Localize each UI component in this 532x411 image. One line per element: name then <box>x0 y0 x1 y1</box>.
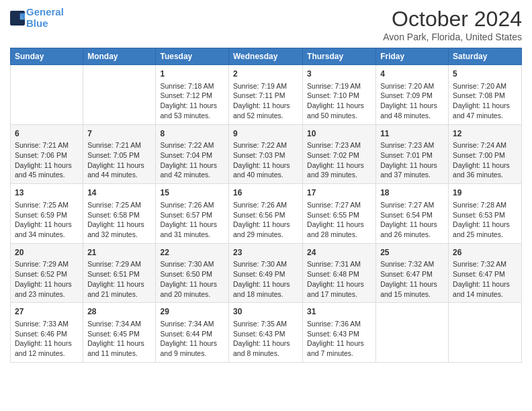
calendar-week-row: 27Sunrise: 7:33 AMSunset: 6:46 PMDayligh… <box>11 303 522 363</box>
day-number: 25 <box>380 247 444 259</box>
page: General Blue October 2024 Avon Park, Flo… <box>0 0 532 411</box>
cell-content: Sunrise: 7:24 AMSunset: 7:00 PMDaylight:… <box>453 140 517 180</box>
day-number: 20 <box>15 247 79 259</box>
calendar-cell <box>83 65 156 125</box>
cell-content: Sunrise: 7:25 AMSunset: 6:58 PMDaylight:… <box>87 200 151 240</box>
day-number: 4 <box>380 68 444 80</box>
day-number: 2 <box>233 68 298 80</box>
title-block: October 2024 Avon Park, Florida, United … <box>383 7 522 42</box>
day-number: 19 <box>453 187 517 199</box>
calendar-cell: 19Sunrise: 7:28 AMSunset: 6:53 PMDayligh… <box>449 184 522 244</box>
day-number: 7 <box>87 128 151 140</box>
logo-line2: Blue <box>26 17 48 29</box>
cell-content: Sunrise: 7:33 AMSunset: 6:46 PMDaylight:… <box>15 319 79 359</box>
cell-content: Sunrise: 7:23 AMSunset: 7:02 PMDaylight:… <box>307 140 371 180</box>
day-number: 26 <box>453 247 517 259</box>
calendar-cell: 13Sunrise: 7:25 AMSunset: 6:59 PMDayligh… <box>11 184 83 244</box>
calendar-cell: 16Sunrise: 7:26 AMSunset: 6:56 PMDayligh… <box>228 184 302 244</box>
cell-content: Sunrise: 7:27 AMSunset: 6:54 PMDaylight:… <box>380 200 444 240</box>
day-number: 18 <box>380 187 444 199</box>
day-number: 8 <box>160 128 224 140</box>
day-of-week-header: Saturday <box>449 48 522 65</box>
day-number: 14 <box>87 187 151 199</box>
day-number: 27 <box>15 306 79 318</box>
cell-content: Sunrise: 7:29 AMSunset: 6:52 PMDaylight:… <box>15 259 79 299</box>
cell-content: Sunrise: 7:35 AMSunset: 6:43 PMDaylight:… <box>233 319 298 359</box>
day-number: 30 <box>233 306 298 318</box>
day-number: 29 <box>160 306 224 318</box>
day-number: 17 <box>307 187 371 199</box>
calendar-cell: 17Sunrise: 7:27 AMSunset: 6:55 PMDayligh… <box>303 184 376 244</box>
calendar-cell: 20Sunrise: 7:29 AMSunset: 6:52 PMDayligh… <box>11 243 83 303</box>
logo-icon <box>10 11 25 26</box>
cell-content: Sunrise: 7:34 AMSunset: 6:44 PMDaylight:… <box>160 319 224 359</box>
calendar-cell: 26Sunrise: 7:32 AMSunset: 6:47 PMDayligh… <box>449 243 522 303</box>
calendar-cell: 27Sunrise: 7:33 AMSunset: 6:46 PMDayligh… <box>11 303 83 363</box>
logo-text: General Blue <box>26 7 64 29</box>
calendar-week-row: 1Sunrise: 7:18 AMSunset: 7:12 PMDaylight… <box>11 65 522 125</box>
day-number: 22 <box>160 247 224 259</box>
cell-content: Sunrise: 7:30 AMSunset: 6:49 PMDaylight:… <box>233 259 298 299</box>
day-number: 6 <box>15 128 79 140</box>
calendar-cell: 5Sunrise: 7:20 AMSunset: 7:08 PMDaylight… <box>449 65 522 125</box>
cell-content: Sunrise: 7:25 AMSunset: 6:59 PMDaylight:… <box>15 200 79 240</box>
day-number: 23 <box>233 247 298 259</box>
cell-content: Sunrise: 7:22 AMSunset: 7:03 PMDaylight:… <box>233 140 298 180</box>
cell-content: Sunrise: 7:30 AMSunset: 6:50 PMDaylight:… <box>160 259 224 299</box>
calendar-cell: 28Sunrise: 7:34 AMSunset: 6:45 PMDayligh… <box>83 303 156 363</box>
day-number: 1 <box>160 68 224 80</box>
cell-content: Sunrise: 7:23 AMSunset: 7:01 PMDaylight:… <box>380 140 444 180</box>
calendar-cell: 24Sunrise: 7:31 AMSunset: 6:48 PMDayligh… <box>303 243 376 303</box>
calendar-cell: 21Sunrise: 7:29 AMSunset: 6:51 PMDayligh… <box>83 243 156 303</box>
day-of-week-header: Monday <box>83 48 156 65</box>
day-number: 24 <box>307 247 371 259</box>
cell-content: Sunrise: 7:19 AMSunset: 7:10 PMDaylight:… <box>307 81 371 121</box>
calendar-cell: 9Sunrise: 7:22 AMSunset: 7:03 PMDaylight… <box>228 124 302 184</box>
cell-content: Sunrise: 7:32 AMSunset: 6:47 PMDaylight:… <box>380 259 444 299</box>
cell-content: Sunrise: 7:32 AMSunset: 6:47 PMDaylight:… <box>453 259 517 299</box>
day-number: 28 <box>87 306 151 318</box>
day-number: 31 <box>307 306 371 318</box>
day-number: 10 <box>307 128 371 140</box>
day-of-week-header: Wednesday <box>228 48 302 65</box>
calendar-cell: 29Sunrise: 7:34 AMSunset: 6:44 PMDayligh… <box>156 303 229 363</box>
calendar-cell <box>11 65 83 125</box>
calendar-cell <box>449 303 522 363</box>
calendar-cell: 12Sunrise: 7:24 AMSunset: 7:00 PMDayligh… <box>449 124 522 184</box>
cell-content: Sunrise: 7:26 AMSunset: 6:56 PMDaylight:… <box>233 200 298 240</box>
cell-content: Sunrise: 7:18 AMSunset: 7:12 PMDaylight:… <box>160 81 224 121</box>
calendar-cell: 6Sunrise: 7:21 AMSunset: 7:06 PMDaylight… <box>11 124 83 184</box>
cell-content: Sunrise: 7:27 AMSunset: 6:55 PMDaylight:… <box>307 200 371 240</box>
month-title: October 2024 <box>383 7 522 32</box>
day-of-week-header: Friday <box>376 48 449 65</box>
cell-content: Sunrise: 7:21 AMSunset: 7:05 PMDaylight:… <box>87 140 151 180</box>
calendar: SundayMondayTuesdayWednesdayThursdayFrid… <box>10 48 522 363</box>
calendar-cell: 18Sunrise: 7:27 AMSunset: 6:54 PMDayligh… <box>376 184 449 244</box>
calendar-cell: 15Sunrise: 7:26 AMSunset: 6:57 PMDayligh… <box>156 184 229 244</box>
cell-content: Sunrise: 7:21 AMSunset: 7:06 PMDaylight:… <box>15 140 79 180</box>
cell-content: Sunrise: 7:20 AMSunset: 7:09 PMDaylight:… <box>380 81 444 121</box>
calendar-cell <box>376 303 449 363</box>
calendar-cell: 23Sunrise: 7:30 AMSunset: 6:49 PMDayligh… <box>228 243 302 303</box>
day-number: 16 <box>233 187 298 199</box>
cell-content: Sunrise: 7:20 AMSunset: 7:08 PMDaylight:… <box>453 81 517 121</box>
calendar-cell: 3Sunrise: 7:19 AMSunset: 7:10 PMDaylight… <box>303 65 376 125</box>
day-number: 9 <box>233 128 298 140</box>
calendar-cell: 30Sunrise: 7:35 AMSunset: 6:43 PMDayligh… <box>228 303 302 363</box>
logo-line1: General <box>26 6 64 17</box>
calendar-cell: 14Sunrise: 7:25 AMSunset: 6:58 PMDayligh… <box>83 184 156 244</box>
cell-content: Sunrise: 7:19 AMSunset: 7:11 PMDaylight:… <box>233 81 298 121</box>
day-of-week-header: Sunday <box>11 48 83 65</box>
calendar-cell: 1Sunrise: 7:18 AMSunset: 7:12 PMDaylight… <box>156 65 229 125</box>
calendar-cell: 22Sunrise: 7:30 AMSunset: 6:50 PMDayligh… <box>156 243 229 303</box>
day-number: 5 <box>453 68 517 80</box>
location: Avon Park, Florida, United States <box>383 32 522 42</box>
cell-content: Sunrise: 7:31 AMSunset: 6:48 PMDaylight:… <box>307 259 371 299</box>
calendar-cell: 31Sunrise: 7:36 AMSunset: 6:43 PMDayligh… <box>303 303 376 363</box>
header: General Blue October 2024 Avon Park, Flo… <box>10 7 522 42</box>
calendar-week-row: 20Sunrise: 7:29 AMSunset: 6:52 PMDayligh… <box>11 243 522 303</box>
day-number: 3 <box>307 68 371 80</box>
day-number: 13 <box>15 187 79 199</box>
calendar-week-row: 13Sunrise: 7:25 AMSunset: 6:59 PMDayligh… <box>11 184 522 244</box>
day-number: 21 <box>87 247 151 259</box>
